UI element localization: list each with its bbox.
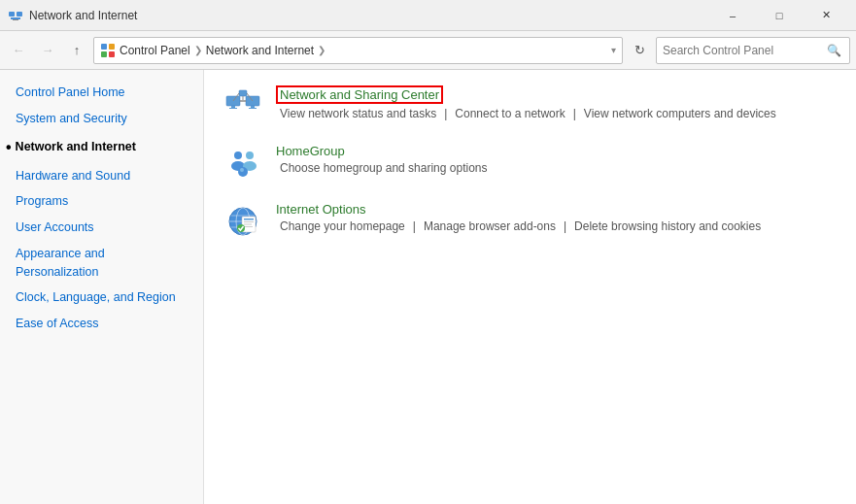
svg-rect-2 [11,17,20,19]
sep-1: | [444,107,447,120]
breadcrumb-sep-1: ❯ [194,45,202,55]
homegroup-icon [223,144,262,183]
main-content: Control Panel Home System and Security N… [0,70,856,504]
breadcrumb-bar: Control Panel ❯ Network and Internet ❯ ▾ [93,37,623,64]
breadcrumb-control-panel[interactable]: Control Panel [120,44,190,57]
sidebar-item-programs[interactable]: Programs [0,188,203,215]
svg-rect-3 [13,19,18,20]
link-connect-to-network[interactable]: Connect to a network [455,107,565,120]
window-controls: – □ ✕ [710,0,848,31]
network-sharing-body: Network and Sharing Center View network … [276,85,837,120]
svg-rect-12 [251,106,255,108]
breadcrumb-chevron[interactable]: ▾ [611,45,616,55]
maximize-button[interactable]: □ [757,0,802,31]
forward-button[interactable]: → [35,38,60,63]
svg-rect-7 [109,51,115,57]
sidebar-item-clock-language[interactable]: Clock, Language, and Region [0,285,203,311]
homegroup-item: HomeGroup Choose homegroup and sharing o… [223,144,837,183]
svg-point-19 [234,151,242,159]
up-button[interactable]: ↑ [64,38,89,63]
sidebar-item-appearance[interactable]: Appearance and Personalization [0,241,203,286]
internet-options-body: Internet Options Change your homepage | … [276,202,837,233]
svg-rect-0 [9,12,15,17]
homegroup-title[interactable]: HomeGroup [276,144,837,158]
address-bar: ← → ↑ Control Panel ❯ Network and Intern… [0,31,856,70]
svg-rect-1 [17,12,22,17]
svg-rect-10 [229,108,237,109]
sidebar: Control Panel Home System and Security N… [0,70,204,504]
sidebar-item-hardware-sound[interactable]: Hardware and Sound [0,163,203,189]
svg-rect-31 [244,218,254,220]
minimize-button[interactable]: – [710,0,755,31]
sidebar-item-control-panel-home[interactable]: Control Panel Home [0,80,203,106]
link-change-homepage[interactable]: Change your homepage [280,219,405,233]
sidebar-item-network-internet[interactable]: Network and Internet [0,132,203,163]
sep-3: | [413,219,416,233]
svg-rect-34 [244,226,253,227]
search-button[interactable]: 🔍 [824,41,843,60]
homegroup-body: HomeGroup Choose homegroup and sharing o… [276,144,837,175]
link-view-network-computers[interactable]: View network computers and devices [584,107,776,120]
sidebar-item-ease-of-access[interactable]: Ease of Access [0,311,203,337]
sidebar-item-system-security[interactable]: System and Security [0,106,203,132]
network-sharing-links: View network status and tasks | Connect … [276,107,837,120]
network-sharing-title[interactable]: Network and Sharing Center [276,85,443,104]
link-view-network-status[interactable]: View network status and tasks [280,107,436,120]
svg-rect-33 [244,224,252,225]
internet-options-links: Change your homepage | Manage browser ad… [276,219,837,233]
control-panel-icon [100,43,116,58]
svg-point-35 [237,224,245,232]
svg-rect-15 [239,90,247,96]
breadcrumb-sep-2: ❯ [318,45,325,55]
homegroup-links: Choose homegroup and sharing options [276,161,837,175]
internet-options-title[interactable]: Internet Options [276,202,837,217]
content-area: Network and Sharing Center View network … [204,70,856,504]
title-bar: Network and Internet – □ ✕ [0,0,856,31]
internet-options-icon [223,202,262,241]
svg-rect-5 [109,44,115,50]
svg-rect-9 [231,106,235,108]
svg-rect-13 [249,108,257,109]
link-delete-browsing-history[interactable]: Delete browsing history and cookies [574,219,761,233]
svg-point-21 [246,151,254,159]
link-choose-homegroup[interactable]: Choose homegroup and sharing options [280,161,487,175]
svg-rect-4 [101,44,107,50]
sep-2: | [573,107,576,120]
search-input[interactable] [663,44,824,57]
svg-rect-32 [244,221,254,222]
search-box: 🔍 [656,37,850,64]
link-manage-addons[interactable]: Manage browser add-ons [424,219,556,233]
window-title: Network and Internet [29,9,710,22]
window-icon [8,8,23,23]
svg-point-24 [240,168,244,172]
network-sharing-icon [223,85,262,124]
sidebar-item-user-accounts[interactable]: User Accounts [0,215,203,241]
close-button[interactable]: ✕ [804,0,848,31]
svg-rect-6 [101,51,107,57]
breadcrumb-network-internet[interactable]: Network and Internet [206,44,314,57]
internet-options-item: Internet Options Change your homepage | … [223,202,837,241]
back-button[interactable]: ← [6,38,31,63]
network-sharing-center-item: Network and Sharing Center View network … [223,85,837,124]
refresh-button[interactable]: ↻ [627,38,652,63]
sep-4: | [564,219,566,233]
